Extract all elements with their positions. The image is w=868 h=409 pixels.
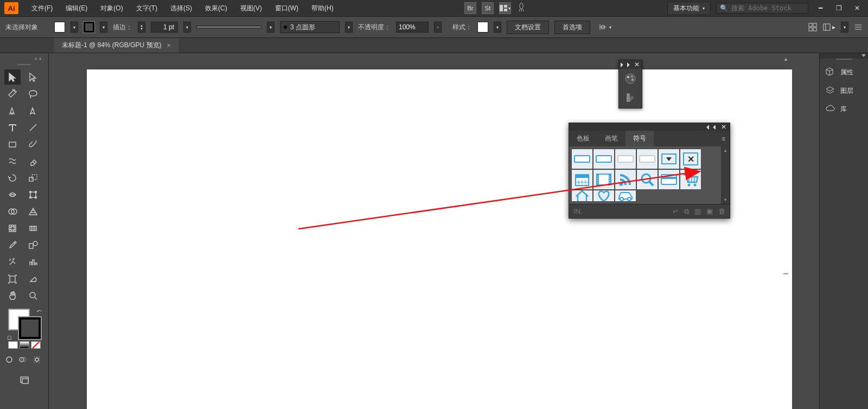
window-minimize[interactable]: ━ <box>814 3 827 14</box>
gradient-tool[interactable] <box>25 221 41 236</box>
symbol-calendar[interactable] <box>571 169 593 190</box>
isolate-button[interactable]: ▸ <box>822 23 835 31</box>
type-tool[interactable] <box>4 120 21 135</box>
libraries-panel-button[interactable]: 库 <box>820 100 868 118</box>
pen-tool[interactable] <box>4 103 21 118</box>
control-menu-icon[interactable] <box>854 23 863 31</box>
stroke-dropdown[interactable]: ▾ <box>100 22 107 33</box>
vw-profile-dropdown[interactable]: ▾ <box>267 22 275 33</box>
hand-tool[interactable] <box>4 288 21 303</box>
symbol-heart[interactable] <box>593 190 615 202</box>
panel-collapse-icon[interactable]: ⏴⏴ <box>705 123 718 131</box>
paintbrush-tool[interactable] <box>25 137 41 152</box>
symbols-scrollbar[interactable]: ▲ ▼ <box>721 146 730 204</box>
stock-button[interactable]: St <box>482 2 494 14</box>
draw-behind-icon[interactable] <box>18 353 30 368</box>
symbol-sprayer-tool[interactable] <box>4 254 21 270</box>
symbol-film[interactable] <box>593 169 615 190</box>
window-close[interactable]: ✕ <box>851 3 864 14</box>
shape-builder-tool[interactable] <box>4 204 21 219</box>
properties-panel-button[interactable]: 属性 <box>820 63 868 81</box>
symbol-home[interactable] <box>571 190 593 202</box>
symbol-rss[interactable] <box>615 169 636 190</box>
slice-tool[interactable] <box>25 271 41 286</box>
symbol-car[interactable] <box>615 190 636 202</box>
symbol-bar-2[interactable] <box>593 149 615 169</box>
symbol-search[interactable] <box>636 169 658 190</box>
artboard[interactable] <box>87 69 792 409</box>
color-mode-solid[interactable] <box>8 341 18 349</box>
color-mode-gradient[interactable] <box>20 341 29 349</box>
panel-close-icon[interactable]: ✕ <box>721 123 726 131</box>
right-dock-header[interactable] <box>820 53 868 59</box>
draw-inside-icon[interactable] <box>32 353 44 368</box>
variable-width-profile[interactable] <box>196 25 261 29</box>
fill-dropdown[interactable]: ▾ <box>71 22 78 33</box>
menu-view[interactable]: 视图(V) <box>235 2 267 15</box>
style-swatch[interactable] <box>477 22 488 33</box>
fill-stroke-indicator[interactable]: ⤺ ◻ <box>8 309 41 339</box>
transform-panel-icon[interactable] <box>808 23 817 31</box>
width-tool[interactable] <box>4 187 21 202</box>
magic-wand-tool[interactable] <box>4 86 21 101</box>
direct-selection-tool[interactable] <box>25 69 41 85</box>
menu-help[interactable]: 帮助(H) <box>306 2 339 15</box>
column-graph-tool[interactable] <box>25 254 41 270</box>
window-maximize[interactable]: ❐ <box>832 3 845 14</box>
symbol-libraries-icon[interactable]: IN. <box>573 207 583 215</box>
lasso-tool[interactable] <box>25 86 41 101</box>
document-tab[interactable]: 未标题-1 @ 84% (RGB/GPU 预览) × <box>54 38 178 53</box>
mini-panel-close-icon[interactable]: ✕ <box>634 61 640 68</box>
brush-definition[interactable]: 3 点圆形 <box>280 21 340 33</box>
scroll-down-arrow-icon[interactable]: ▼ <box>723 197 727 202</box>
symbol-close-box[interactable]: ✕ <box>680 149 701 169</box>
menu-select[interactable]: 选择(S) <box>165 2 197 15</box>
zoom-tool[interactable] <box>25 288 41 303</box>
search-input[interactable] <box>731 4 805 12</box>
line-tool[interactable] <box>25 120 41 135</box>
stroke-indicator[interactable] <box>19 317 41 339</box>
brush-dropdown[interactable]: ▾ <box>345 22 353 33</box>
draw-normal-icon[interactable] <box>4 353 16 368</box>
scroll-up-arrow-icon[interactable]: ▲ <box>723 148 727 153</box>
document-setup-button[interactable]: 文档设置 <box>507 21 549 34</box>
gpu-rocket-icon[interactable] <box>516 2 526 14</box>
stroke-weight-input[interactable]: 1 pt <box>151 22 178 33</box>
mini-panel-collapse-icon[interactable]: ⏵⏵ <box>619 61 632 68</box>
opacity-dropdown[interactable]: › <box>434 22 442 33</box>
arrange-documents-button[interactable]: ▾ <box>499 2 511 14</box>
default-fill-stroke-icon[interactable]: ◻ <box>7 334 11 340</box>
align-button[interactable]: ▾ <box>596 22 615 33</box>
symbol-bar-4[interactable] <box>636 149 658 169</box>
panel-menu-icon[interactable]: ≡ <box>717 135 730 143</box>
color-panel-icon-button[interactable] <box>619 69 642 88</box>
symbol-options-icon[interactable]: ▥ <box>694 207 701 215</box>
new-symbol-icon[interactable]: ▣ <box>706 207 713 215</box>
selection-tool[interactable] <box>4 69 21 85</box>
mini-panel-header[interactable]: ⏵⏵✕ <box>619 60 642 69</box>
break-link-icon[interactable]: ⧉ <box>684 207 689 216</box>
tab-brushes[interactable]: 画笔 <box>597 131 626 146</box>
artboard-tool[interactable] <box>4 271 21 286</box>
rectangle-tool[interactable] <box>4 137 21 152</box>
delete-symbol-icon[interactable]: 🗑 <box>718 207 725 215</box>
eyedropper-tool[interactable] <box>4 238 21 253</box>
bridge-button[interactable]: Br <box>464 2 476 14</box>
symbol-cart[interactable] <box>680 169 701 190</box>
menu-window[interactable]: 窗口(W) <box>270 2 304 15</box>
preferences-button[interactable]: 首选项 <box>554 21 590 34</box>
layers-panel-button[interactable]: 图层 <box>820 81 868 100</box>
scroll-thumb[interactable]: ▬ <box>783 270 791 278</box>
tab-swatches[interactable]: 色板 <box>569 131 597 146</box>
search-box[interactable]: 🔍 <box>716 3 808 14</box>
isolate-dropdown[interactable]: ▾ <box>841 22 848 33</box>
scale-tool[interactable] <box>25 170 41 186</box>
tab-symbols[interactable]: 符号 <box>626 131 654 146</box>
menu-edit[interactable]: 编辑(E) <box>60 2 93 15</box>
symbol-bar-1[interactable] <box>571 149 593 169</box>
blend-tool[interactable] <box>25 238 41 253</box>
rotate-tool[interactable] <box>4 170 21 186</box>
menu-effect[interactable]: 效果(C) <box>200 2 233 15</box>
color-mode-none[interactable] <box>31 341 41 349</box>
menu-object[interactable]: 对象(O) <box>95 2 128 15</box>
